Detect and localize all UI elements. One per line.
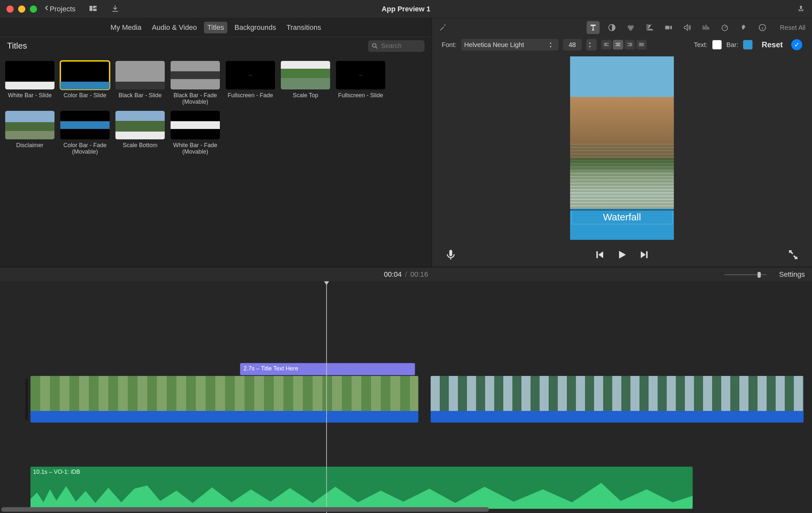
scrollbar-thumb[interactable] (1, 507, 489, 512)
video-clip-1[interactable] (30, 376, 418, 423)
voiceover-label: 10.1s – VO-1: iDB (33, 469, 80, 475)
share-icon[interactable] (796, 4, 806, 13)
magic-wand-icon[interactable] (438, 23, 447, 32)
title-tile-selected[interactable]: Color Bar - Slide (60, 61, 110, 105)
title-tile[interactable]: White Bar - Fade (Movable) (171, 111, 220, 155)
window-close-button[interactable] (6, 5, 13, 12)
title-tile[interactable]: Black Bar - Slide (115, 61, 165, 105)
inspector-reset-button[interactable]: Reset (762, 40, 783, 49)
playhead[interactable] (326, 281, 327, 513)
inspector-tab-color-balance[interactable] (605, 21, 618, 34)
time-separator: / (405, 270, 407, 278)
text-color-label: Text: (694, 41, 707, 49)
window-minimize-button[interactable] (18, 5, 25, 12)
title-clip[interactable]: 2.7s – Title Text Here (240, 363, 415, 375)
reset-all-button[interactable]: Reset All (780, 24, 806, 31)
inspector-tab-color-correct[interactable] (624, 21, 637, 34)
zoom-knob[interactable] (757, 272, 761, 278)
timeline-settings-button[interactable]: Settings (779, 270, 805, 279)
align-left-button[interactable] (601, 40, 612, 50)
timeline-header: 00:04 / 00:16 Settings (0, 267, 812, 281)
browser-tabs: My Media Audio & Video Titles Background… (0, 18, 432, 37)
import-download-icon[interactable] (111, 4, 120, 13)
project-title: App Preview 1 (382, 5, 430, 13)
video-clip-2[interactable] (431, 376, 804, 423)
title-tile[interactable]: Disclaimer (5, 111, 55, 155)
tile-caption: Black Bar - Fade (Movable) (171, 92, 220, 105)
inspector-apply-button[interactable]: ✓ (791, 39, 802, 50)
bar-color-label: Bar: (726, 41, 738, 49)
voiceover-record-button[interactable] (445, 249, 457, 262)
svg-point-7 (629, 27, 633, 31)
back-to-projects-button[interactable]: Projects (45, 5, 76, 13)
preview-water (570, 144, 674, 209)
voiceover-clip[interactable]: 10.1s – VO-1: iDB (30, 467, 693, 509)
playback-controls (432, 243, 812, 267)
svg-point-3 (373, 43, 376, 47)
bar-color-swatch[interactable] (743, 40, 753, 50)
align-center-button[interactable] (613, 40, 623, 50)
title-tile[interactable]: Color Bar - Fade (Movable) (60, 111, 110, 155)
preview-frame[interactable]: Waterfall (570, 56, 674, 240)
time-current: 00:04 (384, 270, 402, 278)
fullscreen-button[interactable] (787, 249, 799, 262)
title-tile[interactable]: Black Bar - Fade (Movable) (171, 61, 220, 105)
tile-caption: White Bar - Slide (8, 92, 52, 98)
title-tile[interactable]: White Bar - Slide (5, 61, 55, 105)
inspector-tab-volume[interactable] (681, 21, 694, 34)
media-library-icon[interactable] (89, 4, 97, 13)
title-tile[interactable]: — Fullscreen - Fade (226, 61, 275, 105)
inspector-tab-info[interactable] (756, 21, 769, 34)
inspector-tab-share[interactable] (737, 21, 750, 34)
svg-rect-2 (93, 9, 97, 11)
prev-frame-button[interactable] (593, 249, 605, 262)
zoom-slider[interactable] (724, 271, 766, 278)
tab-backgrounds[interactable]: Backgrounds (231, 22, 279, 33)
font-size-stepper[interactable] (586, 39, 597, 51)
tile-caption: Black Bar - Slide (118, 92, 162, 98)
text-color-swatch[interactable] (712, 40, 722, 50)
font-label: Font: (442, 41, 457, 49)
title-tile[interactable]: — Fullscreen - Slide (336, 61, 385, 105)
title-inspector-controls: Font: Helvetica Neue Light 48 Text: Bar: (432, 37, 812, 53)
titles-search (368, 40, 425, 52)
window-toolbar: Projects App Preview 1 (0, 0, 812, 18)
titles-section-label: Titles (7, 41, 27, 51)
preview-title-text[interactable]: Waterfall (571, 210, 672, 224)
time-total: 00:16 (410, 270, 428, 278)
tile-caption: Scale Top (293, 92, 318, 98)
font-size-field[interactable]: 48 (563, 39, 582, 51)
tab-my-media[interactable]: My Media (107, 22, 145, 33)
chevron-left-icon (45, 5, 48, 13)
tab-transitions[interactable]: Transitions (283, 22, 324, 33)
waveform-icon (30, 480, 693, 509)
search-icon (371, 42, 378, 51)
tile-caption: Fullscreen - Slide (338, 92, 383, 98)
timeline-scrollbar[interactable] (0, 507, 812, 512)
time-display: 00:04 / 00:16 (384, 270, 428, 279)
inspector-tab-crop[interactable] (643, 21, 656, 34)
tab-audio-video[interactable]: Audio & Video (148, 22, 200, 33)
inspector-tab-stabilize[interactable] (662, 21, 675, 34)
inspector-tab-noise[interactable] (699, 21, 713, 34)
align-right-button[interactable] (625, 40, 635, 50)
inspector-tab-title[interactable] (587, 21, 600, 34)
clip-audio-track[interactable] (431, 411, 804, 423)
align-justify-button[interactable] (636, 40, 647, 50)
next-frame-button[interactable] (639, 249, 650, 262)
updown-icon (549, 41, 555, 48)
window-controls (6, 5, 37, 12)
font-family-select[interactable]: Helvetica Neue Light (461, 39, 558, 51)
text-align-group (601, 40, 647, 50)
clip-audio-track[interactable] (30, 411, 418, 423)
clip-start-handle[interactable] (25, 379, 28, 420)
titles-grid: White Bar - Slide Color Bar - Slide Blac… (0, 55, 432, 161)
play-button[interactable] (616, 249, 628, 262)
tile-caption: Color Bar - Fade (Movable) (61, 142, 109, 155)
window-fullscreen-button[interactable] (30, 5, 37, 12)
title-tile[interactable]: Scale Bottom (115, 111, 165, 155)
title-tile[interactable]: Scale Top (281, 61, 330, 105)
inspector-tab-speed[interactable] (718, 21, 731, 34)
timeline[interactable]: 2.7s – Title Text Here 10.1s – VO-1: iDB (0, 281, 812, 513)
tab-titles[interactable]: Titles (204, 22, 227, 33)
